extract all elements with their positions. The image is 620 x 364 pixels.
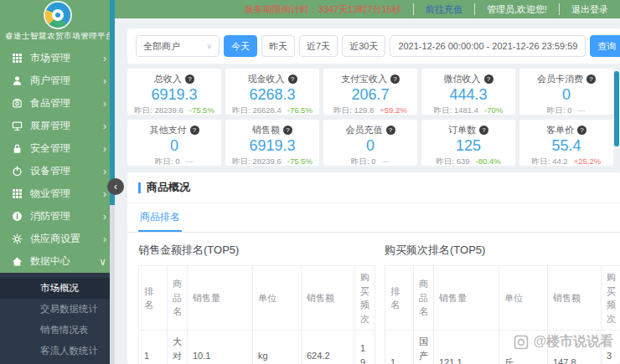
ranking-tables: 销售金额排名(TOP5) 排名 商品名 销售量 单位 销售额 购买频次 xyxy=(127,233,620,364)
recharge-link[interactable]: 前往充值 xyxy=(413,3,474,15)
sidebar-item-property[interactable]: 物业管理 › xyxy=(0,182,115,205)
stat-title: 销售额 xyxy=(252,124,280,136)
sidebar-item-label: 物业管理 xyxy=(30,187,103,201)
stat-yesterday: 昨日: 26628.4 xyxy=(232,105,282,115)
range-yesterday-button[interactable]: 昨天 xyxy=(261,35,295,57)
range-today-button[interactable]: 今天 xyxy=(224,35,257,57)
stat-title: 微信收入 xyxy=(444,73,481,85)
top-bar: 服务期限倒计时：3347天13时7分15秒 前往充值 管理员,欢迎您! 退出登录 xyxy=(115,0,620,18)
select-caret-icon: ∨ xyxy=(206,42,212,50)
sidebar: 睿途士智慧农贸市场管理平台 市场管理 › 商户管理 › 食品管理 › 展屏管理 … xyxy=(0,0,115,364)
box-icon xyxy=(12,98,23,109)
cell-buy-frequency: 19 xyxy=(355,331,375,364)
stat-title: 支付宝收入 xyxy=(341,73,387,85)
stat-change: -76.5% xyxy=(287,105,313,115)
sidebar-item-market[interactable]: 市场管理 › xyxy=(0,47,115,69)
help-icon[interactable]: ? xyxy=(577,126,586,135)
chevron-right-icon: › xyxy=(103,189,106,199)
merchant-select-value: 全部商户 xyxy=(143,40,180,53)
stat-yesterday: 昨日: 0 xyxy=(155,156,180,166)
stat-value: 0 xyxy=(127,137,221,155)
range-30days-button[interactable]: 近30天 xyxy=(342,35,385,57)
stat-yesterday: 昨日: 0 xyxy=(351,156,376,166)
submenu-item-visitor-stats[interactable]: 客流人数统计 xyxy=(0,341,115,361)
help-icon[interactable]: ? xyxy=(484,74,493,84)
screen-icon xyxy=(12,120,23,131)
search-button[interactable]: 查询 xyxy=(590,35,620,57)
stat-value: 0 xyxy=(519,86,613,104)
table-row: 1 国产水果 121.1 斤 147.8 32 xyxy=(385,331,620,364)
stat-value: 206.7 xyxy=(323,86,417,104)
sidebar-collapse-button[interactable]: ‹ xyxy=(107,178,124,195)
submenu-item-market-overview[interactable]: 市场概况 xyxy=(0,278,115,299)
product-overview-card: 商品概况 商品排名 销售金额排名(TOP5) 排名 商品名 销售量 单位 销售额… xyxy=(127,172,620,364)
stat-card-alipay-income: 支付宝收入? 206.7 昨日: 129.8+59.2% xyxy=(323,69,417,115)
range-7days-button[interactable]: 近7天 xyxy=(299,35,338,57)
stat-card-avg-order-value: 客单价? 55.4 昨日: 44.2+25.2% xyxy=(519,120,613,166)
col-sales-amount: 销售额 xyxy=(302,266,355,331)
sidebar-item-device[interactable]: 设备管理 › xyxy=(0,160,115,182)
buy-frequency-table: 排名 商品名 销售量 单位 销售额 购买频次 1 国产水果 121.1 xyxy=(385,265,620,364)
stat-value: 444.3 xyxy=(421,86,515,104)
help-icon[interactable]: ? xyxy=(185,74,194,84)
stat-yesterday: 昨日: 639 xyxy=(436,156,469,166)
help-icon[interactable]: ? xyxy=(586,74,596,84)
help-icon[interactable]: ? xyxy=(386,126,395,135)
sidebar-item-label: 商户管理 xyxy=(30,74,103,88)
cell-product-name: 国产水果 xyxy=(414,331,434,364)
submenu-item-sales-report[interactable]: 销售情况表 xyxy=(0,320,115,341)
chevron-down-icon: ∨ xyxy=(99,257,106,267)
cell-unit: kg xyxy=(253,331,302,364)
logout-button[interactable]: 退出登录 xyxy=(559,3,620,15)
stat-change: — xyxy=(578,105,586,115)
stat-card-membercard-spend: 会员卡消费? 0 昨日: 0— xyxy=(519,69,613,115)
cell-sales-amount: 147.8 xyxy=(548,331,602,364)
col-sales-qty: 销售量 xyxy=(188,266,253,331)
home-icon xyxy=(12,256,23,267)
sidebar-item-datacenter[interactable]: 数据中心 ∨ xyxy=(0,250,115,273)
col-sales-qty: 销售量 xyxy=(434,266,499,331)
sidebar-item-screen[interactable]: 展屏管理 › xyxy=(0,115,115,137)
col-buy-frequency: 购买频次 xyxy=(355,266,375,331)
stat-change: -75.5% xyxy=(287,156,313,166)
main-content: 全部商户 ∨ 今天 昨天 近7天 近30天 2021-12-26 00:00:0… xyxy=(115,18,620,364)
stat-title: 会员充值 xyxy=(346,124,383,136)
sidebar-item-food[interactable]: 食品管理 › xyxy=(0,92,115,115)
help-icon[interactable]: ? xyxy=(479,126,488,135)
page-scrollbar-thumb[interactable] xyxy=(614,71,619,146)
col-product-name: 商品名 xyxy=(414,266,434,331)
table-row: 1 大对虾 10.1 kg 624.2 19 xyxy=(139,331,375,364)
help-icon[interactable]: ? xyxy=(190,126,199,135)
tab-product-ranking[interactable]: 商品排名 xyxy=(138,203,182,232)
sidebar-item-merchant[interactable]: 商户管理 › xyxy=(0,69,115,92)
collapse-icon: ‹ xyxy=(114,181,117,192)
stat-card-member-recharge: 会员充值? 0 昨日: 0— xyxy=(323,120,417,166)
welcome-user[interactable]: 管理员,欢迎您! xyxy=(474,3,559,15)
help-icon[interactable]: ? xyxy=(288,74,297,84)
date-range-input[interactable]: 2021-12-26 00:00:00 - 2021-12-26 23:59:5… xyxy=(390,35,586,57)
datacenter-submenu: 市场概况 交易数据统计 销售情况表 客流人数统计 xyxy=(0,273,115,364)
chevron-right-icon: › xyxy=(103,234,106,244)
sidebar-item-supplier[interactable]: 供应商设置 › xyxy=(0,228,115,250)
help-icon[interactable]: ? xyxy=(390,74,400,84)
col-unit: 单位 xyxy=(499,266,548,331)
help-icon[interactable]: ? xyxy=(283,126,292,135)
sidebar-item-security[interactable]: 安全管理 › xyxy=(0,137,115,160)
stat-change: +25.2% xyxy=(574,156,602,166)
stat-title: 会员卡消费 xyxy=(537,73,583,85)
stat-value: 0 xyxy=(323,137,417,155)
submenu-item-trade-stats[interactable]: 交易数据统计 xyxy=(0,299,115,320)
chevron-right-icon: › xyxy=(103,76,106,86)
sidebar-item-label: 消防管理 xyxy=(30,209,103,223)
stat-value: 125 xyxy=(421,137,515,155)
sidebar-scrollbar-thumb[interactable] xyxy=(110,0,115,205)
cell-rank: 1 xyxy=(385,331,414,364)
stat-change: -75.5% xyxy=(189,105,214,115)
merchant-select[interactable]: 全部商户 ∨ xyxy=(136,35,220,57)
sidebar-item-fire[interactable]: 消防管理 › xyxy=(0,205,115,228)
stat-title: 现金收入 xyxy=(248,73,285,85)
cell-sales-qty: 121.1 xyxy=(434,331,499,364)
sidebar-item-label: 供应商设置 xyxy=(30,232,103,246)
service-countdown: 服务期限倒计时：3347天13时7分15秒 xyxy=(233,3,413,15)
lock-icon xyxy=(12,143,23,154)
